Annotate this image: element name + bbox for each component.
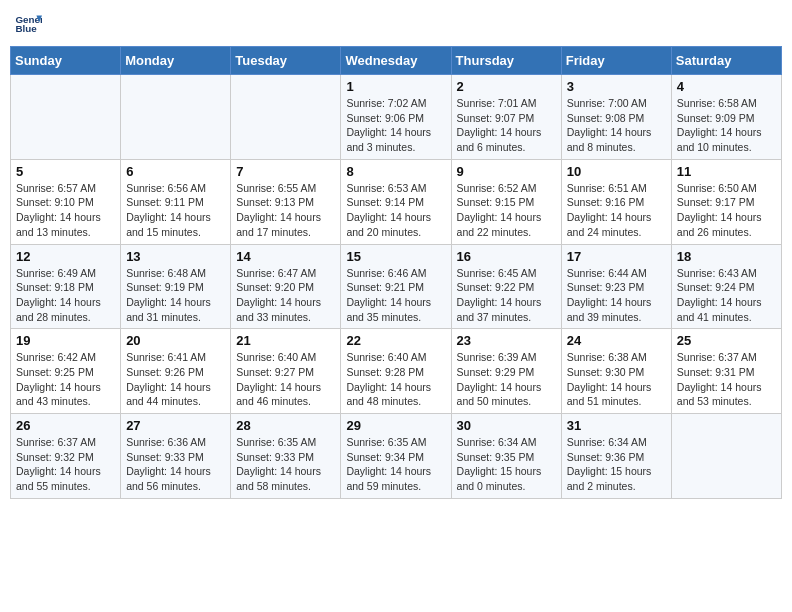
calendar-day-cell: 5Sunrise: 6:57 AMSunset: 9:10 PMDaylight… xyxy=(11,159,121,244)
calendar-day-cell: 18Sunrise: 6:43 AMSunset: 9:24 PMDayligh… xyxy=(671,244,781,329)
day-number: 3 xyxy=(567,79,666,94)
day-number: 20 xyxy=(126,333,225,348)
day-number: 30 xyxy=(457,418,556,433)
day-info: Sunrise: 6:35 AMSunset: 9:34 PMDaylight:… xyxy=(346,435,445,494)
day-info: Sunrise: 7:02 AMSunset: 9:06 PMDaylight:… xyxy=(346,96,445,155)
calendar-day-cell: 23Sunrise: 6:39 AMSunset: 9:29 PMDayligh… xyxy=(451,329,561,414)
day-info: Sunrise: 7:01 AMSunset: 9:07 PMDaylight:… xyxy=(457,96,556,155)
calendar-day-cell: 20Sunrise: 6:41 AMSunset: 9:26 PMDayligh… xyxy=(121,329,231,414)
day-number: 9 xyxy=(457,164,556,179)
day-number: 22 xyxy=(346,333,445,348)
calendar-day-cell: 21Sunrise: 6:40 AMSunset: 9:27 PMDayligh… xyxy=(231,329,341,414)
header-day: Sunday xyxy=(11,47,121,75)
calendar-day-cell: 14Sunrise: 6:47 AMSunset: 9:20 PMDayligh… xyxy=(231,244,341,329)
day-info: Sunrise: 6:43 AMSunset: 9:24 PMDaylight:… xyxy=(677,266,776,325)
calendar-day-cell: 8Sunrise: 6:53 AMSunset: 9:14 PMDaylight… xyxy=(341,159,451,244)
calendar-day-cell: 19Sunrise: 6:42 AMSunset: 9:25 PMDayligh… xyxy=(11,329,121,414)
day-number: 27 xyxy=(126,418,225,433)
day-number: 28 xyxy=(236,418,335,433)
calendar-header: SundayMondayTuesdayWednesdayThursdayFrid… xyxy=(11,47,782,75)
day-number: 11 xyxy=(677,164,776,179)
day-info: Sunrise: 6:36 AMSunset: 9:33 PMDaylight:… xyxy=(126,435,225,494)
calendar-day-cell: 27Sunrise: 6:36 AMSunset: 9:33 PMDayligh… xyxy=(121,414,231,499)
day-number: 15 xyxy=(346,249,445,264)
header-day: Saturday xyxy=(671,47,781,75)
day-number: 4 xyxy=(677,79,776,94)
day-info: Sunrise: 6:46 AMSunset: 9:21 PMDaylight:… xyxy=(346,266,445,325)
day-number: 17 xyxy=(567,249,666,264)
day-number: 13 xyxy=(126,249,225,264)
day-info: Sunrise: 6:40 AMSunset: 9:28 PMDaylight:… xyxy=(346,350,445,409)
day-number: 1 xyxy=(346,79,445,94)
day-info: Sunrise: 6:48 AMSunset: 9:19 PMDaylight:… xyxy=(126,266,225,325)
calendar-day-cell: 2Sunrise: 7:01 AMSunset: 9:07 PMDaylight… xyxy=(451,75,561,160)
calendar-day-cell: 29Sunrise: 6:35 AMSunset: 9:34 PMDayligh… xyxy=(341,414,451,499)
day-info: Sunrise: 6:42 AMSunset: 9:25 PMDaylight:… xyxy=(16,350,115,409)
day-number: 18 xyxy=(677,249,776,264)
calendar-day-cell: 10Sunrise: 6:51 AMSunset: 9:16 PMDayligh… xyxy=(561,159,671,244)
calendar-day-cell xyxy=(231,75,341,160)
calendar-day-cell: 26Sunrise: 6:37 AMSunset: 9:32 PMDayligh… xyxy=(11,414,121,499)
day-info: Sunrise: 6:37 AMSunset: 9:32 PMDaylight:… xyxy=(16,435,115,494)
day-number: 10 xyxy=(567,164,666,179)
calendar-day-cell: 17Sunrise: 6:44 AMSunset: 9:23 PMDayligh… xyxy=(561,244,671,329)
header-row: SundayMondayTuesdayWednesdayThursdayFrid… xyxy=(11,47,782,75)
day-info: Sunrise: 6:53 AMSunset: 9:14 PMDaylight:… xyxy=(346,181,445,240)
day-info: Sunrise: 6:41 AMSunset: 9:26 PMDaylight:… xyxy=(126,350,225,409)
day-info: Sunrise: 6:52 AMSunset: 9:15 PMDaylight:… xyxy=(457,181,556,240)
day-info: Sunrise: 6:35 AMSunset: 9:33 PMDaylight:… xyxy=(236,435,335,494)
day-number: 31 xyxy=(567,418,666,433)
day-info: Sunrise: 6:37 AMSunset: 9:31 PMDaylight:… xyxy=(677,350,776,409)
header-day: Tuesday xyxy=(231,47,341,75)
day-info: Sunrise: 6:34 AMSunset: 9:36 PMDaylight:… xyxy=(567,435,666,494)
day-info: Sunrise: 6:50 AMSunset: 9:17 PMDaylight:… xyxy=(677,181,776,240)
calendar-day-cell: 13Sunrise: 6:48 AMSunset: 9:19 PMDayligh… xyxy=(121,244,231,329)
day-info: Sunrise: 6:34 AMSunset: 9:35 PMDaylight:… xyxy=(457,435,556,494)
header-day: Thursday xyxy=(451,47,561,75)
day-info: Sunrise: 6:40 AMSunset: 9:27 PMDaylight:… xyxy=(236,350,335,409)
calendar-day-cell: 31Sunrise: 6:34 AMSunset: 9:36 PMDayligh… xyxy=(561,414,671,499)
calendar-week-row: 12Sunrise: 6:49 AMSunset: 9:18 PMDayligh… xyxy=(11,244,782,329)
day-number: 26 xyxy=(16,418,115,433)
day-number: 7 xyxy=(236,164,335,179)
calendar-day-cell: 11Sunrise: 6:50 AMSunset: 9:17 PMDayligh… xyxy=(671,159,781,244)
header-day: Wednesday xyxy=(341,47,451,75)
calendar-day-cell: 3Sunrise: 7:00 AMSunset: 9:08 PMDaylight… xyxy=(561,75,671,160)
day-info: Sunrise: 6:58 AMSunset: 9:09 PMDaylight:… xyxy=(677,96,776,155)
day-info: Sunrise: 6:51 AMSunset: 9:16 PMDaylight:… xyxy=(567,181,666,240)
calendar-day-cell: 16Sunrise: 6:45 AMSunset: 9:22 PMDayligh… xyxy=(451,244,561,329)
header-day: Monday xyxy=(121,47,231,75)
day-number: 14 xyxy=(236,249,335,264)
day-info: Sunrise: 6:47 AMSunset: 9:20 PMDaylight:… xyxy=(236,266,335,325)
day-info: Sunrise: 6:45 AMSunset: 9:22 PMDaylight:… xyxy=(457,266,556,325)
day-number: 19 xyxy=(16,333,115,348)
day-number: 12 xyxy=(16,249,115,264)
svg-text:Blue: Blue xyxy=(15,23,37,34)
day-number: 16 xyxy=(457,249,556,264)
day-info: Sunrise: 6:44 AMSunset: 9:23 PMDaylight:… xyxy=(567,266,666,325)
day-number: 5 xyxy=(16,164,115,179)
day-info: Sunrise: 6:49 AMSunset: 9:18 PMDaylight:… xyxy=(16,266,115,325)
calendar-day-cell: 24Sunrise: 6:38 AMSunset: 9:30 PMDayligh… xyxy=(561,329,671,414)
calendar-day-cell: 12Sunrise: 6:49 AMSunset: 9:18 PMDayligh… xyxy=(11,244,121,329)
calendar-day-cell: 6Sunrise: 6:56 AMSunset: 9:11 PMDaylight… xyxy=(121,159,231,244)
day-number: 6 xyxy=(126,164,225,179)
calendar-day-cell: 9Sunrise: 6:52 AMSunset: 9:15 PMDaylight… xyxy=(451,159,561,244)
logo: General Blue xyxy=(14,10,44,38)
calendar-day-cell: 25Sunrise: 6:37 AMSunset: 9:31 PMDayligh… xyxy=(671,329,781,414)
day-number: 23 xyxy=(457,333,556,348)
day-info: Sunrise: 6:38 AMSunset: 9:30 PMDaylight:… xyxy=(567,350,666,409)
calendar-week-row: 1Sunrise: 7:02 AMSunset: 9:06 PMDaylight… xyxy=(11,75,782,160)
day-number: 2 xyxy=(457,79,556,94)
day-info: Sunrise: 6:57 AMSunset: 9:10 PMDaylight:… xyxy=(16,181,115,240)
day-number: 25 xyxy=(677,333,776,348)
day-number: 8 xyxy=(346,164,445,179)
page-header: General Blue xyxy=(10,10,782,38)
logo-icon: General Blue xyxy=(14,10,42,38)
calendar-day-cell: 1Sunrise: 7:02 AMSunset: 9:06 PMDaylight… xyxy=(341,75,451,160)
calendar-day-cell: 4Sunrise: 6:58 AMSunset: 9:09 PMDaylight… xyxy=(671,75,781,160)
calendar-week-row: 5Sunrise: 6:57 AMSunset: 9:10 PMDaylight… xyxy=(11,159,782,244)
day-info: Sunrise: 6:56 AMSunset: 9:11 PMDaylight:… xyxy=(126,181,225,240)
calendar-day-cell: 28Sunrise: 6:35 AMSunset: 9:33 PMDayligh… xyxy=(231,414,341,499)
calendar-week-row: 19Sunrise: 6:42 AMSunset: 9:25 PMDayligh… xyxy=(11,329,782,414)
